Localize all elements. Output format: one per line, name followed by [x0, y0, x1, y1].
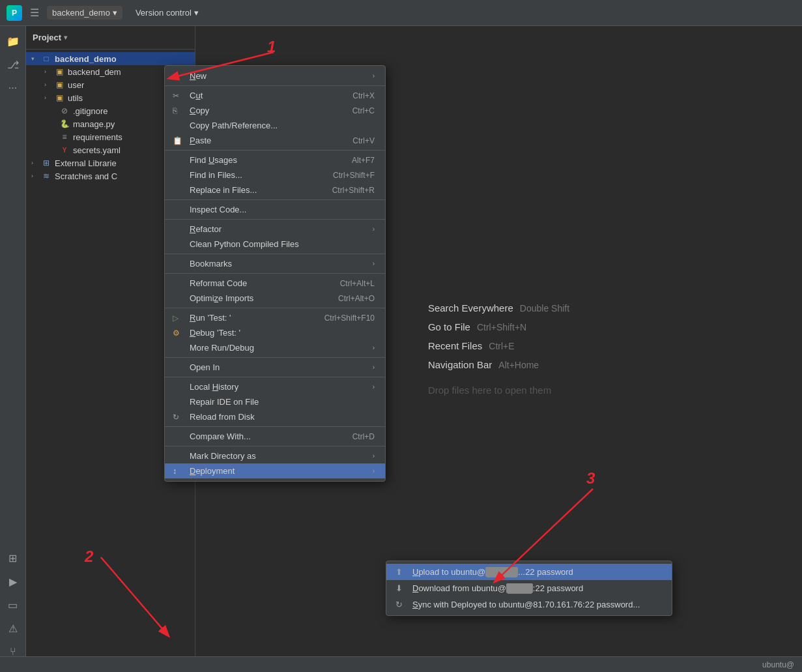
submenu-label: Download from ubuntu@████:22 password [412, 583, 583, 593]
menu-item-run[interactable]: ▷ Run 'Test: ' Ctrl+Shift+F10 [165, 310, 385, 325]
shortcut-text: Ctrl+C [352, 106, 375, 115]
yaml-icon: Y [59, 145, 70, 155]
problems-icon[interactable]: ⚠ [3, 619, 23, 638]
shortcut-text: Ctrl+V [352, 136, 375, 145]
app-logo: P [7, 5, 22, 21]
menu-item-find-usages[interactable]: Find Usages Alt+F7 [165, 153, 385, 168]
submenu-arrow-icon: › [373, 452, 375, 460]
menu-separator [165, 85, 385, 86]
menu-item-more-run[interactable]: More Run/Debug › [165, 340, 385, 355]
menu-label: Bookmarks [190, 259, 370, 269]
terminal-icon[interactable]: ▭ [3, 595, 23, 615]
expand-arrow-icon: › [44, 68, 53, 75]
folder-icon: ▣ [53, 80, 65, 90]
menu-item-new[interactable]: New › [165, 68, 385, 83]
menu-item-paste[interactable]: 📋 Paste Ctrl+V [165, 133, 385, 148]
submenu-label: Upload to ubuntu@█████...22 password [412, 567, 573, 577]
tree-label: utils [68, 93, 83, 103]
menu-label: Optimize Imports [190, 293, 325, 303]
menu-label: New [190, 71, 370, 81]
menu-label: Cut [190, 91, 339, 100]
layers-icon[interactable]: ⊞ [3, 548, 23, 568]
icon-bar: 📁 ⎇ ··· ⊞ ▶ ▭ ⚠ ⑂ [0, 26, 26, 672]
menu-item-reformat[interactable]: Reformat Code Ctrl+Alt+L [165, 276, 385, 291]
shortcut-key: Ctrl+Shift+N [477, 322, 526, 332]
submenu-arrow-icon: › [373, 344, 375, 351]
tree-item-root[interactable]: ▾ □ backend_demo [26, 52, 195, 65]
download-icon: ⬇ [395, 583, 408, 593]
run-icon[interactable]: ▶ [3, 572, 23, 591]
context-menu: New › ✂ Cut Ctrl+X ⎘ Copy Ctrl+C Copy Pa… [164, 65, 386, 482]
folder-icon: ▣ [53, 66, 65, 77]
menu-label: Reload from Disk [190, 412, 375, 422]
menu-item-copy[interactable]: ⎘ Copy Ctrl+C [165, 103, 385, 118]
menu-label: Compare With... [190, 431, 339, 441]
menu-item-local-history[interactable]: Local History › [165, 379, 385, 394]
shortcut-text: Ctrl+X [352, 91, 375, 100]
menu-separator [165, 426, 385, 427]
tree-label: backend_demo [55, 54, 117, 64]
folder-icon[interactable]: 📁 [3, 31, 23, 51]
menu-item-cut[interactable]: ✂ Cut Ctrl+X [165, 88, 385, 103]
menu-item-replace-files[interactable]: Replace in Files... Ctrl+Shift+R [165, 183, 385, 197]
shortcut-text: Ctrl+Shift+F10 [324, 314, 375, 323]
shortcut-text: Ctrl+Alt+L [340, 279, 375, 288]
deployment-submenu: ⬆ Upload to ubuntu@█████...22 password ⬇… [386, 561, 672, 616]
menu-item-clean-python[interactable]: Clean Python Compiled Files [165, 237, 385, 252]
tree-label: manage.py [73, 119, 115, 129]
menu-item-inspect-code[interactable]: Inspect Code... [165, 202, 385, 217]
menu-item-open-in[interactable]: Open In › [165, 360, 385, 375]
status-bar: ubuntu@ [0, 656, 802, 672]
library-icon: ⊞ [40, 158, 52, 168]
menu-item-reload[interactable]: ↻ Reload from Disk [165, 409, 385, 424]
menu-item-optimize-imports[interactable]: Optimize Imports Ctrl+Alt+O [165, 291, 385, 306]
submenu-item-download[interactable]: ⬇ Download from ubuntu@████:22 password [386, 580, 672, 596]
menu-label: Repair IDE on File [190, 397, 375, 407]
menu-item-debug[interactable]: ⚙ Debug 'Test: ' [165, 325, 385, 340]
menu-item-refactor[interactable]: Refactor › [165, 222, 385, 237]
menu-item-copy-path[interactable]: Copy Path/Reference... [165, 118, 385, 133]
shortcut-key: Ctrl+E [489, 341, 514, 351]
menu-label: Clean Python Compiled Files [190, 239, 375, 249]
expand-arrow-icon: › [44, 95, 53, 101]
annotation-1: 1 [267, 38, 276, 56]
menu-item-deployment[interactable]: ↕ Deployment › [165, 463, 385, 478]
tree-label: External Librarie [55, 158, 117, 168]
submenu-item-upload[interactable]: ⬆ Upload to ubuntu@█████...22 password [386, 564, 672, 580]
menu-label: Run 'Test: ' [190, 313, 311, 323]
top-bar: P ☰ backend_demo ▾ Version control ▾ [0, 0, 802, 26]
gitignore-icon: ⊘ [59, 106, 70, 116]
tree-label: .gitignore [73, 106, 107, 116]
menu-separator [165, 219, 385, 220]
menu-item-compare-with[interactable]: Compare With... Ctrl+D [165, 429, 385, 444]
shortcut-name: Navigation Bar [428, 359, 492, 370]
submenu-arrow-icon: › [373, 383, 375, 390]
expand-arrow-icon: › [44, 81, 53, 88]
menu-icon[interactable]: ☰ [30, 7, 39, 19]
menu-item-bookmarks[interactable]: Bookmarks › [165, 256, 385, 271]
sidebar-title[interactable]: Project ▾ [33, 33, 67, 42]
project-selector[interactable]: backend_demo ▾ [47, 6, 122, 20]
menu-item-mark-directory[interactable]: Mark Directory as › [165, 448, 385, 463]
menu-item-repair-ide[interactable]: Repair IDE on File [165, 394, 385, 409]
submenu-label: Sync with Deployed to ubuntu@81.70.161.7… [412, 600, 640, 609]
deployment-icon: ↕ [173, 467, 186, 476]
icon-bar-bottom: ⊞ ▶ ▭ ⚠ ⑂ [3, 548, 23, 667]
submenu-item-sync[interactable]: ↻ Sync with Deployed to ubuntu@81.70.161… [386, 596, 672, 613]
menu-label: Local History [190, 382, 370, 392]
shortcut-hints: Search Everywhere Double Shift Go to Fil… [428, 302, 569, 396]
shortcut-key: Double Shift [520, 303, 569, 314]
more-icon[interactable]: ··· [3, 78, 23, 98]
annotation-3: 3 [586, 469, 595, 488]
annotation-2: 2 [85, 548, 93, 566]
submenu-arrow-icon: › [373, 364, 375, 371]
commit-icon[interactable]: ⎇ [3, 55, 23, 74]
menu-label: Replace in Files... [190, 185, 319, 195]
shortcut-name: Recent Files [428, 340, 482, 351]
expand-arrow-icon: ▾ [31, 55, 40, 62]
version-control-selector[interactable]: Version control ▾ [130, 6, 204, 20]
menu-item-find-files[interactable]: Find in Files... Ctrl+Shift+F [165, 168, 385, 183]
menu-separator [165, 308, 385, 308]
debug-icon: ⚙ [173, 329, 186, 338]
shortcut-row-search: Search Everywhere Double Shift [428, 302, 569, 314]
